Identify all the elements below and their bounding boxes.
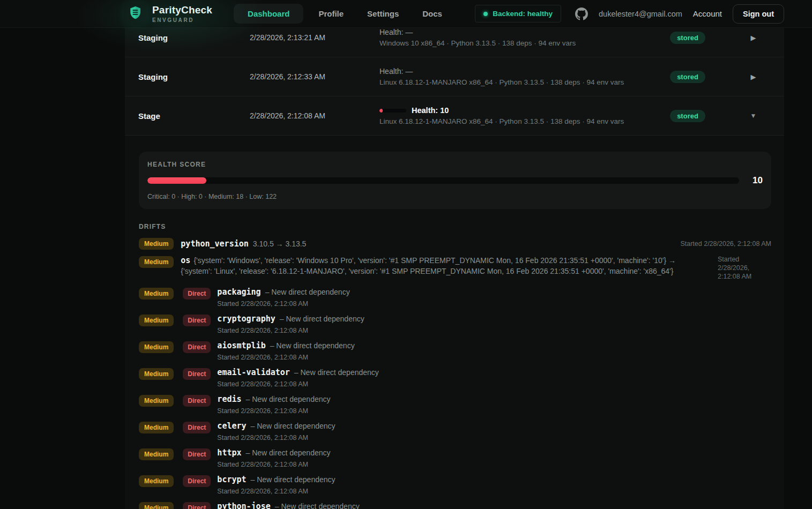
health-score-track	[147, 177, 739, 184]
app-title: ParityCheck	[152, 4, 212, 16]
direct-badge: Direct	[183, 422, 211, 433]
package-name: redis	[217, 394, 241, 404]
top-navbar: ParityCheck ENVGUARD Dashboard Profile S…	[0, 0, 812, 28]
package-name: bcrypt	[217, 475, 246, 484]
brand[interactable]: ParityCheck ENVGUARD	[124, 3, 212, 25]
health-label: Health: —	[379, 67, 653, 76]
health-label: Health: 10	[412, 106, 449, 115]
package-name: cryptography	[217, 314, 275, 324]
chevron-down-icon[interactable]: ▼	[750, 112, 757, 119]
drifts-title: DRIFTS	[139, 223, 771, 230]
drift-change-text: – New direct dependency	[294, 368, 379, 377]
drift-row-os[interactable]: Medium os{'system': 'Windows', 'release'…	[139, 255, 771, 281]
snapshot-timestamp: 2/28/2026, 2:12:33 AM	[250, 72, 379, 81]
environment-name: Staging	[138, 33, 250, 42]
snapshot-row-stage[interactable]: Stage 2/28/2026, 2:12:08 AM Health: 10 L…	[125, 96, 784, 136]
navbar-right: Backend: healthy dukelester4@gmail.com A…	[475, 4, 784, 24]
drift-row-redis[interactable]: Medium Direct redis– New direct dependen…	[139, 394, 771, 415]
direct-badge: Direct	[183, 502, 211, 509]
package-name: packaging	[217, 287, 260, 297]
nav-tab-docs[interactable]: Docs	[414, 4, 451, 24]
drift-row-python-version[interactable]: Medium python_version 3.10.5 → 3.13.5 St…	[139, 238, 771, 250]
drift-change-text: – New direct dependency	[246, 448, 331, 457]
drift-body: celery– New direct dependency Started 2/…	[217, 421, 335, 441]
severity-badge: Medium	[139, 288, 174, 300]
drift-row-packaging[interactable]: Medium Direct packaging– New direct depe…	[139, 287, 771, 308]
play-icon[interactable]: ▶	[751, 34, 756, 42]
drift-started-timestamp: Started 2/28/2026, 2:12:08 AM	[217, 354, 354, 361]
github-icon[interactable]	[575, 8, 588, 20]
drift-started-timestamp: Started 2/28/2026, 2:12:08 AM	[217, 461, 330, 468]
drift-started-timestamp: Started 2/28/2026, 2:12:08 AM	[217, 380, 378, 388]
package-name: aiosmtplib	[217, 341, 265, 350]
drift-change-text: os{'system': 'Windows', 'release': 'Wind…	[181, 255, 708, 276]
severity-badge: Medium	[139, 341, 174, 353]
severity-badge: Medium	[139, 448, 174, 460]
severity-badge: Medium	[139, 315, 174, 326]
sign-out-button[interactable]: Sign out	[733, 4, 784, 24]
severity-badge: Medium	[139, 256, 174, 268]
severity-badge: Medium	[139, 238, 174, 250]
snapshot-timestamp: 2/28/2026, 2:12:08 AM	[250, 111, 379, 120]
drift-change-text: – New direct dependency	[251, 422, 336, 430]
snapshot-details: Health: 10 Linux 6.18.12-1-MANJARO x86_6…	[379, 106, 653, 125]
drift-started-timestamp: Started 2/28/2026, 2:12:08 AM	[217, 434, 335, 441]
drift-started-timestamp: Started 2/28/2026, 2:12:08 AM	[217, 407, 330, 415]
package-name: email-validator	[217, 368, 289, 377]
health-row: Health: 10	[379, 106, 653, 115]
platform-summary: Windows 10 x86_64 · Python 3.13.5 · 138 …	[379, 39, 653, 47]
drift-body: redis– New direct dependency Started 2/2…	[217, 394, 330, 415]
drift-row-python-jose[interactable]: Medium Direct python-jose– New direct de…	[139, 501, 771, 509]
health-score-card: HEALTH SCORE 10 Critical: 0 · High: 0 · …	[139, 152, 771, 209]
nav-tab-profile[interactable]: Profile	[310, 4, 352, 24]
snapshot-table: Staging 2/28/2026, 2:13:21 AM Health: — …	[125, 18, 784, 509]
play-icon[interactable]: ▶	[751, 73, 756, 81]
drift-row-aiosmtplib[interactable]: Medium Direct aiosmtplib– New direct dep…	[139, 341, 771, 361]
severity-badge: Medium	[139, 502, 174, 509]
snapshot-details: Health: — Windows 10 x86_64 · Python 3.1…	[379, 28, 653, 47]
direct-badge: Direct	[183, 395, 211, 407]
healthy-status-dot	[483, 12, 488, 16]
drift-row-celery[interactable]: Medium Direct celery– New direct depende…	[139, 421, 771, 441]
drift-started-timestamp: Started 2/28/2026, 2:12:08 AM	[217, 300, 349, 308]
drift-change-text: 3.10.5 → 3.13.5	[253, 239, 307, 248]
drift-key: os	[181, 256, 190, 265]
drift-change-text: – New direct dependency	[246, 395, 331, 403]
direct-badge: Direct	[183, 341, 211, 353]
drift-body: packaging– New direct dependency Started…	[217, 287, 349, 308]
direct-badge: Direct	[183, 288, 211, 300]
status-badge: stored	[670, 32, 705, 44]
backend-status-label: Backend: healthy	[493, 10, 553, 18]
platform-summary: Linux 6.18.12-1-MANJARO x86_64 · Python …	[379, 78, 653, 86]
drift-row-bcrypt[interactable]: Medium Direct bcrypt– New direct depende…	[139, 475, 771, 495]
severity-badge: Medium	[139, 395, 174, 407]
drift-started-timestamp: Started 2/28/2026, 2:12:08 AM	[718, 255, 771, 281]
drift-row-httpx[interactable]: Medium Direct httpx– New direct dependen…	[139, 448, 771, 468]
brand-text: ParityCheck ENVGUARD	[152, 4, 212, 23]
severity-badge: Medium	[139, 368, 174, 380]
environment-name: Stage	[138, 111, 250, 121]
user-email: dukelester4@gmail.com	[599, 10, 682, 18]
drift-body: aiosmtplib– New direct dependency Starte…	[217, 341, 354, 361]
snapshot-details: Health: — Linux 6.18.12-1-MANJARO x86_64…	[379, 67, 653, 86]
direct-badge: Direct	[183, 448, 211, 460]
status-badge: stored	[670, 71, 705, 83]
snapshot-row-staging-2[interactable]: Staging 2/28/2026, 2:12:33 AM Health: — …	[125, 57, 784, 96]
health-score-fill	[147, 177, 206, 184]
drift-key: python_version	[181, 239, 248, 249]
snapshot-expanded-panel: HEALTH SCORE 10 Critical: 0 · High: 0 · …	[125, 152, 784, 509]
direct-badge: Direct	[183, 475, 211, 487]
drift-started-timestamp: Started 2/28/2026, 2:12:08 AM	[217, 488, 335, 495]
direct-badge: Direct	[183, 368, 211, 380]
platform-summary: Linux 6.18.12-1-MANJARO x86_64 · Python …	[379, 117, 653, 125]
drifts-section: DRIFTS Medium python_version 3.10.5 → 3.…	[139, 223, 771, 509]
account-link[interactable]: Account	[693, 9, 722, 18]
drift-row-email-validator[interactable]: Medium Direct email-validator– New direc…	[139, 368, 771, 388]
health-score-bar-row: 10	[147, 175, 763, 186]
shield-icon	[128, 5, 143, 22]
health-score-title: HEALTH SCORE	[147, 161, 763, 168]
drift-row-cryptography[interactable]: Medium Direct cryptography– New direct d…	[139, 314, 771, 334]
nav-tab-dashboard[interactable]: Dashboard	[234, 4, 303, 24]
nav-tab-settings[interactable]: Settings	[359, 4, 407, 24]
package-name: python-jose	[217, 501, 270, 509]
